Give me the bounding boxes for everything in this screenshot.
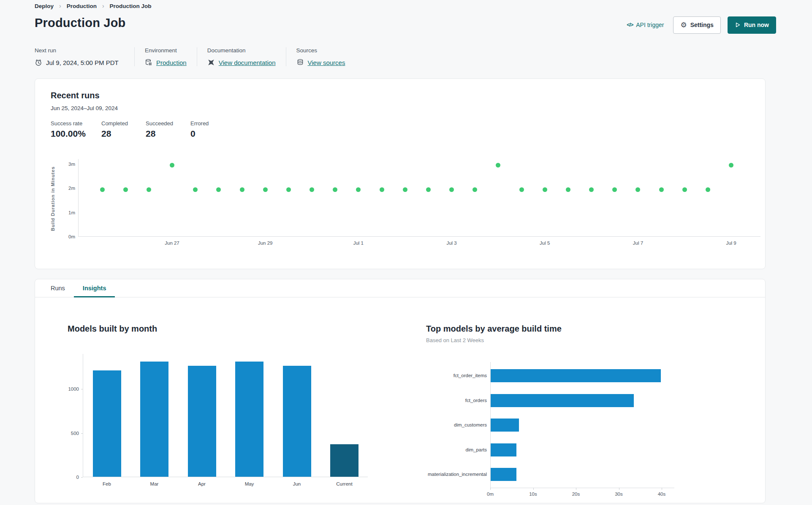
month-bar-jun[interactable] [283,366,311,477]
model-bar-materialization_incremental[interactable] [491,468,516,481]
run-duration-point[interactable] [543,187,547,192]
view-sources-link[interactable]: View sources [308,59,345,66]
model-label: fct_order_items [356,373,487,378]
page-title: Production Job [35,16,125,30]
bar-x-tick: Mar [131,481,178,486]
model-label: fct_orders [356,398,487,403]
run-duration-point[interactable] [706,187,710,192]
breadcrumb-item-production[interactable]: Production [67,3,97,9]
run-duration-point[interactable] [193,187,198,192]
scatter-y-tick: 2m [62,186,75,191]
view-documentation-link[interactable]: View documentation [219,59,276,66]
next-run-value: Jul 9, 2024, 5:00 PM PDT [46,59,119,66]
stat-label: Succeeded [146,120,190,127]
run-duration-point[interactable] [473,187,477,192]
bar-y-tick: 500 [61,431,79,436]
scatter-x-tick: Jul 3 [439,240,464,246]
meta-documentation: Documentation View documentation [197,47,286,66]
run-duration-point[interactable] [147,187,151,192]
run-duration-point[interactable] [659,187,664,192]
model-label: materialization_incremental [356,472,487,477]
hbar-x-tickmark [533,488,534,490]
settings-label: Settings [690,22,714,28]
code-icon: </> [627,22,633,28]
scatter-y-tick: 1m [62,210,75,215]
gear-icon: ⚙ [680,22,687,29]
tab-insights[interactable]: Insights [74,279,115,297]
tab-runs[interactable]: Runs [42,279,74,297]
model-bar-fct_order_items[interactable] [491,369,661,382]
run-duration-point[interactable] [100,187,105,192]
run-duration-point[interactable] [729,163,733,167]
model-bar-dim_parts[interactable] [491,443,516,456]
job-meta-row: Next run Jul 9, 2024, 5:00 PM PDT Enviro… [35,47,355,66]
chevron-right-icon: › [102,3,104,9]
header-actions: </> API trigger ⚙ Settings Run now [627,16,776,34]
alarm-clock-icon [35,59,42,66]
run-duration-point[interactable] [635,187,640,192]
month-bar-apr[interactable] [188,366,216,477]
breadcrumb-item-deploy[interactable]: Deploy [35,3,54,9]
run-duration-point[interactable] [240,187,244,192]
bar-y-tick: 1000 [61,386,79,392]
bar-y-tickmark [81,389,83,389]
hbar-x-tickmark [619,488,619,490]
model-label: dim_customers [356,422,487,427]
scatter-x-tick: Jun 27 [160,240,185,246]
scatter-x-tick: Jul 1 [346,240,371,246]
run-duration-point[interactable] [170,163,174,167]
run-duration-point[interactable] [310,187,314,192]
models-built-chart-title: Models built by month [68,324,157,334]
hbar-x-tick: 20s [567,491,585,497]
scatter-x-tick: Jul 5 [532,240,557,246]
run-duration-point[interactable] [426,187,431,192]
api-trigger-link[interactable]: </> API trigger [627,22,664,28]
month-bar-mar[interactable] [140,362,168,477]
hbar-x-tick: 10s [524,491,543,497]
environment-label: Environment [145,47,187,54]
stat-succeeded: Succeeded28 [146,120,190,139]
month-bar-current[interactable] [330,444,358,477]
run-duration-point[interactable] [496,163,500,167]
run-duration-point[interactable] [123,187,128,192]
run-duration-point[interactable] [519,187,524,192]
run-duration-point[interactable] [403,187,407,192]
meta-sources: Sources View sources [286,47,356,66]
run-duration-point[interactable] [566,187,570,192]
breadcrumb: Deploy › Production › Production Job [35,3,152,9]
run-duration-point[interactable] [682,187,687,192]
run-duration-point[interactable] [333,187,337,192]
run-duration-point[interactable] [216,187,221,192]
model-bar-fct_orders[interactable] [491,394,634,407]
run-duration-point[interactable] [589,187,594,192]
run-duration-point[interactable] [449,187,454,192]
stat-label: Completed [101,120,146,127]
environment-link[interactable]: Production [156,59,187,66]
stat-completed: Completed28 [101,120,146,139]
scatter-x-tick: Jul 9 [719,240,744,246]
stat-errored: Errored0 [190,120,228,139]
hbar-x-tickmark [490,488,491,490]
run-duration-point[interactable] [380,187,384,192]
run-duration-point[interactable] [356,187,361,192]
stat-label: Errored [190,120,228,127]
model-bar-dim_customers[interactable] [491,419,519,432]
run-duration-point[interactable] [286,187,291,192]
stat-value: 0 [190,129,228,139]
run-now-button[interactable]: Run now [728,16,776,34]
stat-value: 100.00% [51,129,101,139]
bar-x-tick: Current [321,481,368,486]
bar-y-tickmark [81,433,83,434]
next-run-label: Next run [35,47,124,54]
meta-next-run: Next run Jul 9, 2024, 5:00 PM PDT [35,47,134,66]
month-bar-may[interactable] [235,362,263,477]
run-duration-point[interactable] [263,187,268,192]
run-duration-point[interactable] [612,187,617,192]
tab-bar: RunsInsights [35,279,765,297]
hbar-x-axis-line [490,488,674,488]
models-built-bar-chart: FebMarAprMayJunCurrent05001000 [83,354,368,477]
month-bar-feb[interactable] [93,370,121,477]
hbar-x-tick: 0m [481,491,500,497]
settings-button[interactable]: ⚙ Settings [673,16,720,34]
bar-x-tick: Apr [178,481,225,486]
